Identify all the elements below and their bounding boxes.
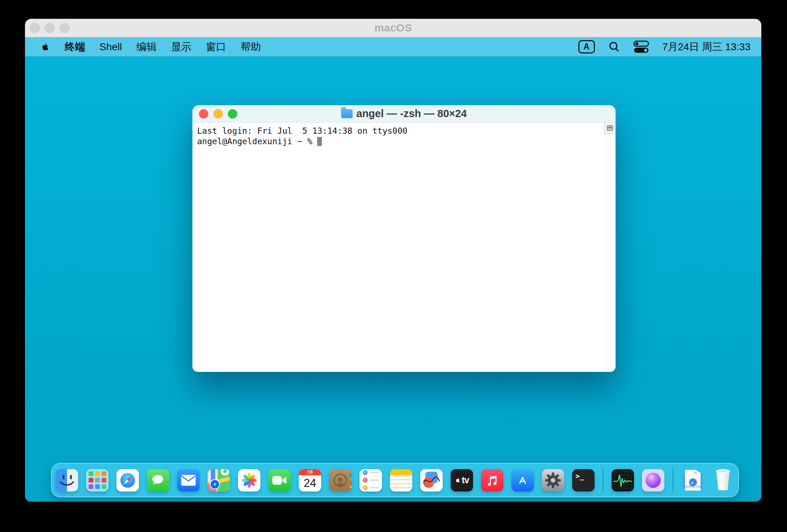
macos-screen: 终端 Shell 编辑 显示 窗口 帮助 A xyxy=(25,37,761,502)
launchpad-tile xyxy=(102,471,106,476)
downloads-label: DOWNLOAD xyxy=(685,485,701,488)
terminal-content[interactable]: Last login: Fri Jul 5 13:14:38 on ttys00… xyxy=(192,123,616,372)
terminal-cursor xyxy=(317,137,322,146)
dock-item-notes[interactable] xyxy=(390,469,412,492)
tv-label: tv xyxy=(461,475,469,485)
dock: 7月 24 xyxy=(51,463,739,497)
reminder-bullet xyxy=(363,470,367,475)
ecg-waveform-icon xyxy=(613,472,633,489)
minimize-button[interactable] xyxy=(213,109,223,119)
app-store-a-icon xyxy=(515,472,531,488)
menu-window[interactable]: 窗口 xyxy=(206,40,226,54)
reminder-bullet xyxy=(363,485,367,490)
launchpad-tile xyxy=(95,471,100,476)
notes-header xyxy=(390,469,412,475)
dock-item-activity-monitor[interactable] xyxy=(612,469,634,492)
dock-separator xyxy=(603,468,604,492)
dock-item-app-store[interactable] xyxy=(511,469,534,492)
spotlight-search-icon[interactable] xyxy=(608,41,620,53)
contact-tabs xyxy=(350,473,352,488)
dock-item-siri[interactable] xyxy=(642,469,664,492)
launchpad-tile xyxy=(95,478,100,482)
vm-titlebar: macOS xyxy=(25,19,761,37)
navigation-arrow-icon xyxy=(210,479,220,489)
speech-bubble-icon xyxy=(150,473,166,488)
calendar-month: 7月 xyxy=(299,469,321,475)
launchpad-tile xyxy=(89,484,93,489)
terminal-scrollbar[interactable] xyxy=(605,123,616,372)
menu-bar-left: 终端 Shell 编辑 显示 窗口 帮助 xyxy=(39,40,261,54)
downloads-document-icon: DOWNLOAD xyxy=(685,470,701,491)
dock-item-music[interactable] xyxy=(481,469,503,492)
photos-pinwheel-icon xyxy=(239,471,259,490)
menu-edit[interactable]: 编辑 xyxy=(136,40,157,54)
contact-silhouette-icon xyxy=(333,473,347,487)
reminder-bullet xyxy=(363,478,367,482)
terminal-titlebar[interactable]: angel — -zsh — 80×24 xyxy=(192,105,616,123)
trash-rim xyxy=(716,469,730,473)
apple-menu[interactable] xyxy=(39,41,50,53)
dock-item-terminal[interactable]: >_ xyxy=(572,469,595,492)
calendar-day: 24 xyxy=(299,475,321,492)
menu-bar-status: A 7月24日 周三 13:33 xyxy=(578,40,750,54)
zoom-button[interactable] xyxy=(228,109,237,119)
music-note-icon xyxy=(485,473,499,488)
vm-window-title: macOS xyxy=(25,22,761,34)
gear-icon xyxy=(544,472,562,489)
dock-separator xyxy=(672,468,673,492)
dock-item-photos[interactable] xyxy=(238,469,260,492)
terminal-window-controls xyxy=(199,109,237,119)
desktop: angel — -zsh — 80×24 Last login: Fri Jul… xyxy=(25,56,761,502)
launchpad-tile xyxy=(89,471,93,476)
launchpad-tile xyxy=(95,484,100,489)
launchpad-tile xyxy=(102,478,106,482)
dock-item-freeform[interactable] xyxy=(420,469,443,492)
dock-item-messages[interactable] xyxy=(147,469,169,492)
folder-proxy-icon xyxy=(341,109,353,118)
dock-item-system-settings[interactable] xyxy=(542,469,564,492)
freeform-squiggle-icon xyxy=(420,469,443,492)
terminal-title: angel — -zsh — 80×24 xyxy=(192,108,616,120)
terminal-prompt-glyph: >_ xyxy=(575,472,584,480)
terminal-window[interactable]: angel — -zsh — 80×24 Last login: Fri Jul… xyxy=(192,105,616,372)
dock-item-safari[interactable] xyxy=(116,469,139,492)
menu-help[interactable]: 帮助 xyxy=(241,40,261,54)
video-camera-icon xyxy=(272,475,287,486)
menu-view[interactable]: 显示 xyxy=(171,40,191,54)
launchpad-tile xyxy=(102,484,106,489)
siri-orb-icon xyxy=(646,473,661,488)
dock-item-reminders[interactable] xyxy=(360,469,382,492)
dock-item-calendar[interactable]: 7月 24 xyxy=(299,469,321,492)
dock-item-launchpad[interactable] xyxy=(86,469,109,492)
trash-can-icon xyxy=(716,471,730,490)
dock-item-facetime[interactable] xyxy=(268,469,291,492)
apple-logo-icon xyxy=(455,476,461,484)
input-source-switcher[interactable]: A xyxy=(578,40,595,53)
dock-item-maps[interactable] xyxy=(208,469,230,492)
dock-item-trash[interactable] xyxy=(712,469,734,492)
terminal-prompt-line: angel@Angeldexuniji ~ % xyxy=(197,136,600,147)
terminal-title-text: angel — -zsh — 80×24 xyxy=(356,108,467,120)
dock-item-contacts[interactable] xyxy=(329,469,352,492)
dock-item-finder[interactable] xyxy=(56,469,78,492)
prompt-text: angel@Angeldexuniji ~ % xyxy=(197,137,317,146)
dock-item-apple-tv[interactable]: tv xyxy=(451,469,473,492)
scrollback-icon xyxy=(607,125,613,131)
menu-bar: 终端 Shell 编辑 显示 窗口 帮助 A xyxy=(25,37,761,56)
launchpad-tile xyxy=(89,478,93,482)
control-center-icon[interactable] xyxy=(633,40,649,53)
vm-window: macOS 终端 Shell 编辑 显示 窗口 帮助 A xyxy=(25,19,761,502)
finder-face-icon xyxy=(56,469,78,492)
scrollback-marker-button[interactable] xyxy=(604,123,616,134)
dock-item-downloads[interactable]: DOWNLOAD xyxy=(681,469,704,492)
dock-item-mail[interactable] xyxy=(177,469,200,492)
safari-compass-icon xyxy=(119,471,137,489)
terminal-output-line: Last login: Fri Jul 5 13:14:38 on ttys00… xyxy=(197,126,600,136)
envelope-icon xyxy=(181,475,196,486)
menu-shell[interactable]: Shell xyxy=(99,41,122,53)
menu-bar-clock[interactable]: 7月24日 周三 13:33 xyxy=(662,40,750,54)
menu-terminal[interactable]: 终端 xyxy=(65,40,85,54)
apple-logo-icon xyxy=(40,41,50,52)
close-button[interactable] xyxy=(199,109,208,119)
